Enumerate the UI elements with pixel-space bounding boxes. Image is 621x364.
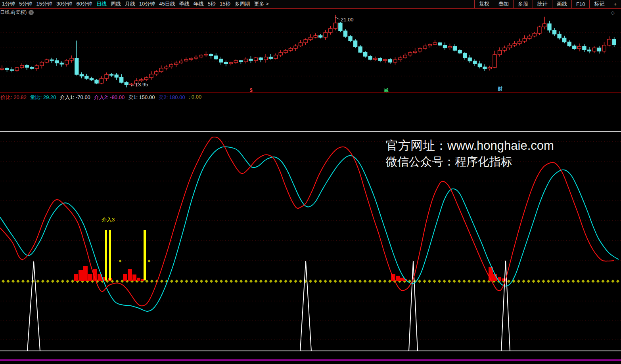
period-adjust-label: 日线.前复权) [0, 9, 27, 16]
frame-lines [0, 93, 621, 360]
toolbar-button-2[interactable]: 多股 [513, 0, 533, 8]
watermark: 官方网址：www.honghaie.com 微信公众号：程序化指标 [386, 138, 554, 169]
svg-text:$: $ [250, 88, 253, 93]
toolbar-button-1[interactable]: 叠加 [494, 0, 513, 8]
menu-item-7[interactable]: 月线 [123, 0, 137, 8]
status-token-1: 量比: 29.20 [30, 94, 56, 100]
menu-item-2[interactable]: 15分钟 [34, 0, 54, 8]
menu-item-10[interactable]: 季线 [177, 0, 192, 8]
chart-canvas[interactable]: 21.00←13.95 $减财 [0, 0, 621, 364]
toolbar-button-5[interactable]: F10 [571, 0, 589, 8]
menu-item-8[interactable]: 10分钟 [137, 0, 157, 8]
menu-item-5[interactable]: 日线 [94, 0, 109, 8]
price-annotations: 21.00←13.95 [130, 17, 354, 88]
menu-item-13[interactable]: 15秒 [218, 0, 232, 8]
watermark-wechat: 微信公众号：程序化指标 [386, 154, 554, 169]
toolbar-button-4[interactable]: 画线 [552, 0, 571, 8]
svg-text:财: 财 [497, 86, 502, 91]
menu-item-6[interactable]: 周线 [109, 0, 123, 8]
svg-text:减: 减 [383, 88, 389, 93]
menu-item-1[interactable]: 5分钟 [17, 0, 34, 8]
menu-item-4[interactable]: 60分钟 [74, 0, 94, 8]
toolbar-buttons: 复权叠加多股统计画线F10标记+ [474, 0, 621, 8]
chart-period-row: 日线.前复权) ∨ [0, 10, 34, 15]
menu-item-14[interactable]: 多周期 [233, 0, 252, 8]
svg-text:21.00: 21.00 [341, 17, 354, 23]
trading-terminal-window: 1分钟5分钟15分钟30分钟60分钟日线周线月线10分钟45日线季线年线5秒15… [0, 0, 621, 364]
candlestick-series [0, 15, 616, 87]
indicator-gridlines [0, 141, 621, 340]
status-token-0: 价比: 20.82 [0, 94, 27, 100]
status-token-2: 介入1: -70.00 [60, 94, 90, 100]
histogram-bars [74, 266, 505, 281]
menu-item-11[interactable]: 年线 [192, 0, 206, 8]
menu-item-12[interactable]: 5秒 [206, 0, 218, 8]
svg-text:←13.95: ←13.95 [130, 82, 148, 88]
signal-bars [105, 230, 146, 280]
menu-item-15[interactable]: 更多 > [252, 0, 271, 8]
status-token-5: 卖2: 180.00 [158, 94, 185, 100]
chevron-down-icon[interactable]: ∨ [29, 10, 34, 15]
toolbar-button-3[interactable]: 统计 [533, 0, 552, 8]
indicator-cyan-line [0, 147, 619, 311]
menu-item-0[interactable]: 1分钟 [0, 0, 17, 8]
status-token-3: 介入2: -80.00 [94, 94, 125, 100]
indicator-status-line: 价比: 20.82量比: 29.20介入1: -70.00介入2: -80.00… [0, 94, 205, 100]
status-token-4: 卖1: 150.00 [128, 94, 155, 100]
toolbar-button-0[interactable]: 复权 [474, 0, 494, 8]
menu-item-3[interactable]: 30分钟 [54, 0, 74, 8]
period-menu-bar: 1分钟5分钟15分钟30分钟60分钟日线周线月线10分钟45日线季线年线5秒15… [0, 0, 621, 9]
status-token-6: : 0.00 [189, 94, 202, 100]
diamond-icon[interactable]: ◇ [611, 10, 615, 15]
buy-signal-label: 介入3 [102, 216, 115, 223]
toolbar-button-7[interactable]: + [609, 0, 621, 8]
period-menu: 1分钟5分钟15分钟30分钟60分钟日线周线月线10分钟45日线季线年线5秒15… [0, 0, 271, 8]
menu-item-9[interactable]: 45日线 [157, 0, 177, 8]
watermark-website: 官方网址：www.honghaie.com [386, 138, 554, 154]
event-markers: $减财 [250, 86, 502, 93]
toolbar-button-6[interactable]: 标记 [589, 0, 609, 8]
